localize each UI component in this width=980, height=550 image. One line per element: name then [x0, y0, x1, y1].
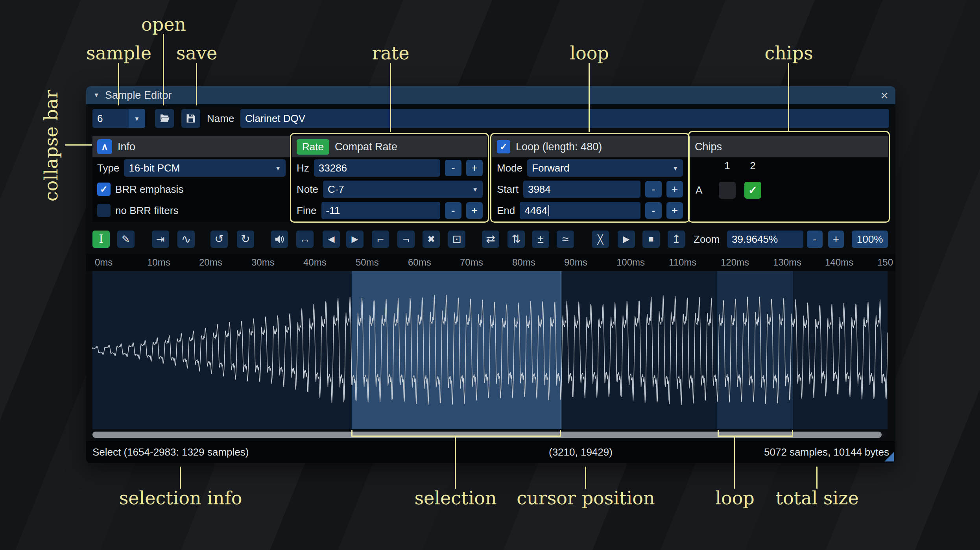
close-icon[interactable]: × [880, 86, 888, 104]
sample-name-input[interactable] [240, 109, 889, 128]
info-section-title: Info [118, 141, 135, 153]
brr-emphasis-label: BRR emphasis [115, 183, 183, 196]
normalize-button[interactable]: ↔ [296, 231, 314, 248]
apply-silence-icon: ¬ [402, 233, 410, 245]
crossfade-icon: ╳ [598, 234, 603, 244]
reverse-button[interactable]: ⇄ [482, 231, 499, 248]
zoom-input[interactable] [727, 231, 803, 248]
annotation-label-total-size: total size [775, 487, 858, 509]
timeline-label: 0ms [95, 257, 113, 268]
undo-icon: ↺ [214, 234, 223, 245]
annotation-line-cursor-position [585, 467, 586, 489]
horizontal-scrollbar[interactable] [92, 432, 888, 438]
window-resize-grip[interactable] [884, 452, 894, 461]
delete-x-icon: ✖ [427, 234, 435, 244]
selection-info-text: Select (1654-2983: 1329 samples) [92, 441, 249, 463]
filter-wave-icon: ≈ [562, 233, 568, 245]
timeline-label: 150 [877, 257, 893, 268]
annotation-label-collapse-bar: collapse bar [41, 90, 62, 201]
create-wavetable-button[interactable]: ↥ [668, 231, 685, 248]
fade-out-button[interactable]: ▶ [346, 231, 364, 248]
zoom-reset-button[interactable]: 100% [852, 231, 888, 248]
annotation-label-open: open [141, 14, 186, 35]
delete-button[interactable]: ✖ [423, 231, 440, 248]
resample-button[interactable]: ∿ [177, 231, 195, 248]
invert-button[interactable]: ⇅ [508, 231, 525, 248]
annotation-label-save: save [176, 42, 217, 64]
timeline-label: 20ms [199, 257, 222, 268]
annotation-label-selection-info: selection info [119, 487, 242, 509]
annotation-box-chips [688, 131, 890, 223]
trim-button[interactable]: ⊡ [448, 231, 465, 248]
no-brr-filters-checkbox[interactable] [97, 204, 111, 217]
save-sample-button[interactable] [181, 109, 200, 128]
window-collapse-icon[interactable]: ▼ [93, 92, 100, 99]
timeline-label: 50ms [356, 257, 379, 268]
annotation-label-selection: selection [414, 487, 496, 509]
select-tool-button[interactable]: I [92, 231, 110, 248]
redo-button[interactable]: ↻ [237, 231, 254, 248]
annotation-box-rate [290, 133, 489, 223]
amplify-button[interactable] [271, 231, 288, 248]
titlebar[interactable]: ▼ Sample Editor × [86, 86, 895, 104]
scrollbar-thumb[interactable] [92, 432, 882, 438]
sample-type-value: 16-bit PCM [129, 162, 180, 174]
waveform-display[interactable] [92, 271, 888, 429]
annotation-label-sample: sample [86, 42, 151, 64]
waveform-plot [92, 271, 888, 429]
window-title: Sample Editor [105, 89, 172, 102]
annotation-line-save [196, 63, 197, 105]
preview-button[interactable]: ▶ [618, 231, 635, 248]
annotation-label-chips: chips [764, 42, 813, 64]
crop-icon: ⊡ [452, 234, 461, 245]
sample-number-dropdown[interactable]: ▼ [129, 109, 145, 128]
select-tool-icon: I [99, 234, 103, 245]
open-sample-button[interactable] [155, 109, 174, 128]
annotation-label-cursor-position: cursor position [517, 487, 655, 509]
redo-icon: ↻ [241, 234, 250, 245]
draw-tool-button[interactable]: ✎ [117, 231, 135, 248]
zoom-in-button[interactable]: + [828, 231, 844, 248]
undo-button[interactable]: ↺ [210, 231, 228, 248]
stop-preview-button[interactable]: ■ [642, 231, 660, 248]
annotation-line-chips [788, 63, 789, 131]
fade-in-button[interactable]: ◀ [323, 231, 340, 248]
resample-icon: ∿ [181, 233, 191, 245]
open-folder-icon [159, 113, 170, 124]
name-label: Name [207, 109, 234, 128]
timeline-label: 110ms [669, 257, 696, 268]
sample-number-select[interactable]: 6 ▼ [92, 109, 145, 128]
zoom-label: Zoom [694, 231, 720, 248]
timeline-label: 70ms [460, 257, 483, 268]
timeline-ruler[interactable]: 0ms 10ms 20ms 30ms 40ms 50ms 60ms 70ms 8… [86, 254, 895, 271]
apply-silence-button[interactable]: ¬ [397, 231, 415, 248]
insert-silence-button[interactable]: ⌐ [372, 231, 389, 248]
annotation-line-selection-info [180, 467, 181, 489]
resize-icon: ⇥ [156, 234, 165, 244]
timeline-label: 100ms [616, 257, 645, 268]
timeline-label: 30ms [251, 257, 275, 268]
sample-number-value: 6 [92, 109, 129, 128]
sign-button[interactable]: ± [532, 231, 549, 248]
brr-emphasis-checkbox[interactable]: ✓ [97, 183, 111, 196]
annotation-line-collapse-bar [65, 144, 92, 146]
total-size-text: 5072 samples, 10144 bytes [764, 441, 889, 463]
zoom-out-button[interactable]: - [807, 231, 823, 248]
invert-arrows-icon: ⇅ [511, 234, 520, 245]
reverse-arrows-icon: ⇄ [486, 234, 495, 245]
annotation-stem-loop [734, 437, 735, 489]
upload-icon: ↥ [672, 234, 681, 245]
timeline-label: 120ms [721, 257, 749, 268]
cursor-position-text: (3210, 19429) [549, 441, 613, 463]
filter-button[interactable]: ≈ [557, 231, 574, 248]
collapse-bar-button[interactable]: ∧ [97, 139, 112, 154]
timeline-label: 130ms [773, 257, 801, 268]
sample-type-select[interactable]: 16-bit PCM ▼ [124, 159, 286, 177]
crossfade-button[interactable]: ╳ [592, 231, 609, 248]
chevron-down-icon: ▼ [134, 115, 140, 122]
timeline-label: 10ms [147, 257, 170, 268]
type-label: Type [97, 162, 119, 174]
resize-button[interactable]: ⇥ [152, 231, 169, 248]
selection-bracket-bottom [351, 436, 561, 437]
annotation-box-loop [490, 133, 690, 223]
